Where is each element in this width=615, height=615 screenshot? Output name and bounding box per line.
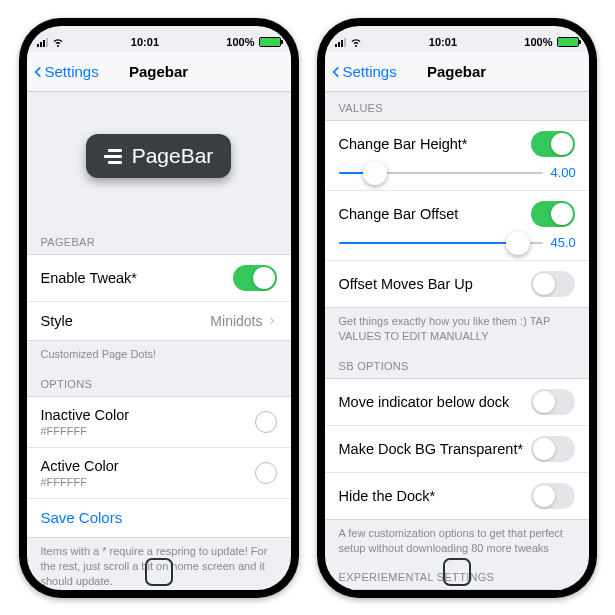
active-color-swatch[interactable] xyxy=(255,462,277,484)
offset-moves-up-row[interactable]: Offset Moves Bar Up xyxy=(325,260,589,308)
section-footer-values: Get things exactly how you like them :) … xyxy=(325,307,589,354)
active-color-label: Active Color xyxy=(41,458,119,474)
navigation-bar: Settings Pagebar xyxy=(27,52,291,92)
back-label: Settings xyxy=(45,63,99,80)
screen: 10:01 100% Settings Pagebar PageBar PAGE… xyxy=(27,26,291,590)
pagebar-logo: PageBar xyxy=(86,134,232,178)
bar-height-value[interactable]: 4.00 xyxy=(551,165,575,180)
section-header-options: OPTIONS xyxy=(27,372,291,396)
bar-offset-value[interactable]: 45.0 xyxy=(551,235,575,250)
chevron-left-icon xyxy=(31,65,45,79)
section-header-pagebar: PAGEBAR xyxy=(27,220,291,254)
status-battery-pct: 100% xyxy=(524,36,552,48)
menu-lines-icon xyxy=(104,149,122,164)
save-colors-link[interactable]: Save Colors xyxy=(41,509,123,526)
style-row[interactable]: Style Minidots xyxy=(27,301,291,341)
dock-bg-row[interactable]: Make Dock BG Transparent* xyxy=(325,425,589,473)
back-label: Settings xyxy=(343,63,397,80)
hide-dock-label: Hide the Dock* xyxy=(339,488,531,504)
inactive-color-row[interactable]: Inactive Color #FFFFFF xyxy=(27,396,291,448)
active-color-hex: #FFFFFF xyxy=(41,476,119,488)
bar-offset-toggle[interactable] xyxy=(531,201,575,227)
dock-bg-label: Make Dock BG Transparent* xyxy=(339,441,531,457)
hide-dock-toggle[interactable] xyxy=(531,483,575,509)
battery-icon xyxy=(259,37,281,47)
status-time: 10:01 xyxy=(131,36,159,48)
inactive-color-swatch[interactable] xyxy=(255,411,277,433)
status-battery-pct: 100% xyxy=(226,36,254,48)
bar-height-label: Change Bar Height* xyxy=(339,136,531,152)
expand-icon-view-row[interactable]: Expand Icon View* xyxy=(325,589,589,590)
bar-height-row: Change Bar Height* 4.00 xyxy=(325,120,589,191)
save-colors-row[interactable]: Save Colors xyxy=(27,498,291,538)
section-header-sb: SB OPTIONS xyxy=(325,354,589,378)
hide-dock-row[interactable]: Hide the Dock* xyxy=(325,472,589,520)
wifi-icon xyxy=(52,36,64,48)
phone-frame-right: 10:01 100% Settings Pagebar VALUES Chang… xyxy=(317,18,597,598)
home-button[interactable] xyxy=(443,558,471,586)
navigation-bar: Settings Pagebar xyxy=(325,52,589,92)
chevron-left-icon xyxy=(329,65,343,79)
style-label: Style xyxy=(41,313,211,329)
enable-tweak-label: Enable Tweak* xyxy=(41,270,233,286)
hero-banner: PageBar xyxy=(27,92,291,220)
battery-icon xyxy=(557,37,579,47)
signal-icon xyxy=(37,38,48,47)
enable-tweak-toggle[interactable] xyxy=(233,265,277,291)
below-dock-row[interactable]: Move indicator below dock xyxy=(325,378,589,426)
wifi-icon xyxy=(350,36,362,48)
inactive-color-hex: #FFFFFF xyxy=(41,425,130,437)
enable-tweak-row[interactable]: Enable Tweak* xyxy=(27,254,291,302)
chevron-right-icon xyxy=(267,316,277,326)
bar-offset-row: Change Bar Offset 45.0 xyxy=(325,190,589,261)
bar-height-toggle[interactable] xyxy=(531,131,575,157)
dock-bg-toggle[interactable] xyxy=(531,436,575,462)
screen: 10:01 100% Settings Pagebar VALUES Chang… xyxy=(325,26,589,590)
below-dock-label: Move indicator below dock xyxy=(339,394,531,410)
signal-icon xyxy=(335,38,346,47)
offset-moves-up-toggle[interactable] xyxy=(531,271,575,297)
home-button[interactable] xyxy=(145,558,173,586)
content: PageBar PAGEBAR Enable Tweak* Style Mini… xyxy=(27,92,291,590)
active-color-row[interactable]: Active Color #FFFFFF xyxy=(27,447,291,499)
section-header-values: VALUES xyxy=(325,92,589,120)
bar-offset-label: Change Bar Offset xyxy=(339,206,531,222)
phone-frame-left: 10:01 100% Settings Pagebar PageBar PAGE… xyxy=(19,18,299,598)
back-button[interactable]: Settings xyxy=(325,63,397,80)
style-value: Minidots xyxy=(210,313,262,329)
offset-moves-up-label: Offset Moves Bar Up xyxy=(339,276,531,292)
status-bar: 10:01 100% xyxy=(325,32,589,52)
status-time: 10:01 xyxy=(429,36,457,48)
section-footer-pagebar: Customized Page Dots! xyxy=(27,340,291,372)
content: VALUES Change Bar Height* 4.00 Change Ba… xyxy=(325,92,589,590)
bar-offset-slider[interactable]: 45.0 xyxy=(339,235,575,250)
inactive-color-label: Inactive Color xyxy=(41,407,130,423)
below-dock-toggle[interactable] xyxy=(531,389,575,415)
back-button[interactable]: Settings xyxy=(27,63,99,80)
hero-text: PageBar xyxy=(132,144,214,168)
bar-height-slider[interactable]: 4.00 xyxy=(339,165,575,180)
status-bar: 10:01 100% xyxy=(27,32,291,52)
